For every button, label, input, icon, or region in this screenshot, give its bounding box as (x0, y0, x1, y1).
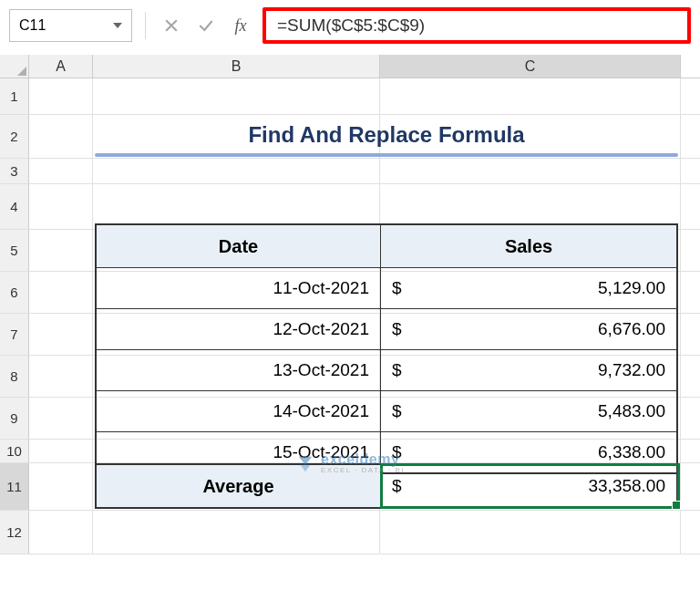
col-header-c[interactable]: C (380, 55, 681, 78)
cell[interactable] (29, 398, 93, 439)
row-header[interactable]: 7 (0, 314, 29, 355)
cancel-icon[interactable] (159, 13, 184, 38)
col-header-b[interactable]: B (93, 55, 380, 78)
row-header[interactable]: 6 (0, 272, 29, 313)
date-cell[interactable]: 13-Oct-2021 (97, 350, 381, 390)
row-header[interactable]: 11 (0, 463, 29, 510)
svg-marker-0 (299, 457, 313, 465)
cell[interactable] (93, 159, 380, 183)
sales-cell[interactable]: $5,129.00 (381, 268, 676, 308)
cell[interactable] (380, 159, 681, 183)
cell[interactable] (29, 314, 93, 355)
enter-icon[interactable] (193, 13, 219, 38)
cell[interactable] (93, 511, 380, 554)
cell[interactable] (29, 230, 93, 271)
column-headers: A B C (0, 55, 700, 78)
date-cell[interactable]: 14-Oct-2021 (97, 391, 381, 431)
watermark-main: exceldemy (321, 452, 405, 467)
sales-cell[interactable]: $6,676.00 (381, 309, 676, 349)
table-header-row: Date Sales (97, 225, 676, 267)
formula-text: =SUM($C$5:$C$9) (277, 16, 425, 36)
cell[interactable] (29, 159, 93, 183)
row-3: 3 (0, 159, 700, 184)
row-header[interactable]: 4 (0, 184, 29, 229)
logo-icon (295, 453, 315, 473)
fx-icon[interactable]: fx (228, 13, 253, 38)
formula-input[interactable]: =SUM($C$5:$C$9) (262, 7, 691, 44)
cell[interactable] (29, 78, 93, 114)
date-cell[interactable]: 12-Oct-2021 (97, 309, 381, 349)
watermark-sub: EXCEL · DATA · BI (321, 467, 405, 474)
name-box[interactable]: C11 (9, 9, 132, 42)
header-sales[interactable]: Sales (381, 225, 676, 267)
watermark: exceldemy EXCEL · DATA · BI (295, 452, 405, 474)
row-header[interactable]: 1 (0, 78, 29, 114)
table-row: 13-Oct-2021 $9,732.00 (97, 349, 676, 390)
row-header[interactable]: 2 (0, 115, 29, 158)
row-12: 12 (0, 511, 700, 554)
col-header-a[interactable]: A (29, 55, 93, 78)
sales-cell[interactable]: $5,483.00 (381, 391, 676, 431)
table-row: 11-Oct-2021 $5,129.00 (97, 267, 676, 308)
average-value-cell[interactable]: $ 33,358.00 (381, 465, 676, 507)
cell[interactable] (29, 272, 93, 313)
svg-marker-1 (300, 465, 310, 471)
cell[interactable] (29, 115, 93, 158)
dropdown-icon[interactable] (113, 23, 122, 28)
row-header[interactable]: 5 (0, 230, 29, 271)
cell[interactable] (380, 511, 681, 554)
select-all-corner[interactable] (0, 55, 29, 78)
formula-bar-area: C11 fx =SUM($C$5:$C$9) (0, 0, 700, 55)
name-box-value: C11 (19, 17, 113, 34)
cell[interactable] (29, 463, 93, 510)
data-table: Date Sales 11-Oct-2021 $5,129.00 12-Oct-… (95, 223, 678, 474)
cell[interactable] (29, 440, 93, 462)
cell[interactable] (93, 78, 380, 114)
row-header[interactable]: 3 (0, 159, 29, 183)
cell[interactable] (93, 184, 380, 229)
cell[interactable] (29, 511, 93, 554)
sales-cell[interactable]: $9,732.00 (381, 350, 676, 390)
cell[interactable] (380, 78, 681, 114)
date-cell[interactable]: 11-Oct-2021 (97, 268, 381, 308)
row-header[interactable]: 12 (0, 511, 29, 554)
cell[interactable] (380, 184, 681, 229)
sheet-title: Find And Replace Formula (95, 122, 678, 157)
separator (145, 12, 146, 39)
table-row: 14-Oct-2021 $5,483.00 (97, 390, 676, 431)
row-header[interactable]: 9 (0, 398, 29, 439)
title-text: Find And Replace Formula (95, 122, 678, 148)
cell[interactable] (29, 356, 93, 397)
row-header[interactable]: 8 (0, 356, 29, 397)
table-row: 12-Oct-2021 $6,676.00 (97, 308, 676, 349)
header-date[interactable]: Date (97, 225, 381, 267)
row-1: 1 (0, 78, 700, 115)
spreadsheet-grid: A B C 1 2 3 4 5 6 7 8 9 10 11 12 Find An… (0, 55, 700, 554)
cell[interactable] (29, 184, 93, 229)
row-header[interactable]: 10 (0, 440, 29, 462)
title-underline (95, 153, 678, 157)
